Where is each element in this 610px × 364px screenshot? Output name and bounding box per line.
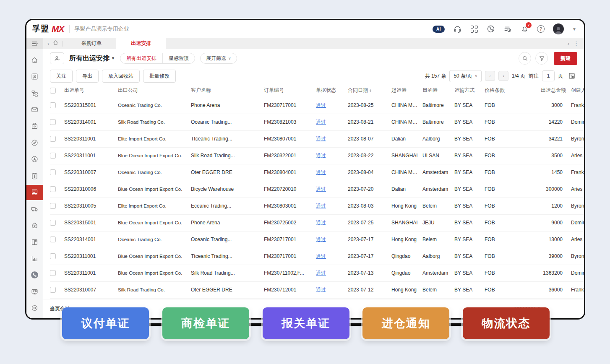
- row-checkbox[interactable]: [50, 287, 56, 293]
- sidebar-item-monitor[interactable]: [26, 284, 43, 299]
- total-count: 共 157 条: [425, 73, 446, 80]
- logistics-status-button[interactable]: 物流状态: [463, 307, 550, 339]
- menu-toggle-icon[interactable]: [26, 38, 43, 49]
- next-page-button[interactable]: ›: [498, 71, 508, 81]
- status-link[interactable]: 通过: [316, 169, 326, 175]
- table-row[interactable]: SS220310007Oceanic Trading Co.Oter EGGER…: [50, 164, 584, 181]
- row-checkbox[interactable]: [50, 220, 56, 226]
- headset-icon[interactable]: [453, 25, 461, 33]
- status-link[interactable]: 通过: [316, 203, 326, 209]
- sidebar-item-home[interactable]: [26, 52, 43, 68]
- status-link[interactable]: 通过: [316, 287, 326, 293]
- sidebar-item-contacts[interactable]: [26, 69, 43, 84]
- row-checkbox[interactable]: [50, 186, 56, 192]
- sidebar-item-compass[interactable]: [26, 135, 43, 150]
- sidebar-item-settings[interactable]: [26, 301, 43, 316]
- cell-no: SS220314001: [64, 231, 118, 248]
- sidebar-item-truck[interactable]: [26, 201, 43, 216]
- sidebar-item-bag[interactable]: [26, 119, 43, 134]
- new-button[interactable]: 新建: [554, 52, 577, 65]
- table-row[interactable]: SS220310006Blue Ocean Import Export Co.B…: [50, 181, 584, 198]
- export-button[interactable]: 导出: [76, 70, 99, 83]
- table-row[interactable]: SS220314001Silk Road Trading Co.Oceanic …: [50, 114, 584, 130]
- row-checkbox[interactable]: [50, 203, 56, 209]
- cell-pod: Aalborg: [422, 248, 454, 265]
- sidebar-item-mail[interactable]: [26, 102, 43, 117]
- row-checkbox[interactable]: [50, 169, 56, 175]
- search-icon[interactable]: [519, 52, 531, 65]
- status-link[interactable]: 通过: [316, 153, 326, 159]
- negotiation-docs-button[interactable]: 议付单证: [62, 307, 149, 339]
- row-checkbox[interactable]: [50, 136, 56, 142]
- sidebar-item-whatsapp[interactable]: [26, 268, 43, 283]
- inspection-docs-button[interactable]: 商检单证: [162, 307, 249, 339]
- sidebar-item-clipboard-finance[interactable]: [26, 168, 43, 183]
- segment-starred[interactable]: 星标置顶: [162, 53, 195, 63]
- status-link[interactable]: 通过: [316, 102, 326, 108]
- cell-amount: 300000: [522, 181, 566, 198]
- view-title-dropdown[interactable]: 所有出运安排 ▼: [69, 54, 115, 63]
- page-size-select[interactable]: 50 条/页 ∨: [449, 70, 482, 82]
- table-settings-icon[interactable]: [566, 70, 577, 81]
- sidebar-item-money-bag[interactable]: [26, 218, 43, 233]
- kebab-menu-icon[interactable]: ⋮: [574, 40, 579, 47]
- row-checkbox[interactable]: [50, 237, 56, 242]
- row-checkbox[interactable]: [50, 153, 56, 159]
- recycle-bin-button[interactable]: 放入回收站: [102, 70, 140, 83]
- table-row[interactable]: SS220314001Oceanic Trading Co.Oceanic Tr…: [50, 231, 584, 248]
- home-breadcrumb-icon[interactable]: [52, 39, 59, 47]
- table-row[interactable]: SS220311001Blue Ocean Import Export Co.S…: [50, 147, 584, 164]
- sidebar-item-org-chart[interactable]: [26, 86, 43, 101]
- back-chevron-icon[interactable]: ‹: [47, 40, 49, 47]
- sidebar-item-notebook[interactable]: [26, 234, 43, 250]
- table-row[interactable]: SS220315001Blue Ocean Import Export Co.P…: [50, 214, 584, 231]
- select-all-checkbox[interactable]: [50, 88, 56, 94]
- column-header-company: 出口公司: [118, 84, 191, 97]
- help-icon[interactable]: ?: [537, 25, 545, 33]
- forward-chevron-icon[interactable]: ›: [568, 40, 569, 47]
- row-checkbox[interactable]: [50, 102, 56, 108]
- status-link[interactable]: 通过: [316, 136, 326, 142]
- sort-icon[interactable]: ▲▼: [369, 89, 372, 92]
- history-list-icon[interactable]: [503, 25, 512, 33]
- table-row[interactable]: SS220311001Elite Import Export Co.Ttcean…: [50, 130, 584, 147]
- batch-edit-button[interactable]: 批量修改: [143, 70, 176, 83]
- tab-shipping-arrangement[interactable]: 出运安排: [116, 38, 166, 49]
- table-row[interactable]: SS220311001Blue Ocean Import Export Co.T…: [50, 248, 584, 265]
- bell-icon[interactable]: 7: [520, 25, 529, 33]
- chevron-down-icon[interactable]: ▼: [572, 27, 576, 31]
- status-link[interactable]: 通过: [316, 119, 326, 125]
- table-row[interactable]: SS220315001Oceanic Trading Co.Phone Aren…: [50, 97, 584, 114]
- segment-all-shipping[interactable]: 所有出运安排: [120, 53, 162, 63]
- table-row[interactable]: SS220310007Silk Road Trading Co.Oter EGG…: [50, 281, 584, 298]
- cell-pol: SHANGHAI: [391, 214, 422, 231]
- apps-grid-icon[interactable]: [470, 25, 478, 33]
- sidebar-item-shipping-docs[interactable]: [26, 185, 43, 200]
- follow-button[interactable]: 关注: [50, 70, 73, 83]
- tab-purchase-orders[interactable]: 采购订单: [67, 38, 116, 49]
- cell-creator: Aries: [566, 181, 584, 198]
- row-checkbox[interactable]: [50, 119, 56, 125]
- status-link[interactable]: 通过: [316, 270, 326, 276]
- filter-funnel-icon[interactable]: [535, 52, 548, 65]
- status-link[interactable]: 通过: [316, 237, 326, 242]
- prev-page-button[interactable]: ‹: [485, 71, 495, 81]
- table-row[interactable]: SS220311001Blue Ocean Import Export Co.S…: [50, 265, 584, 281]
- status-link[interactable]: 通过: [316, 253, 326, 259]
- sidebar-item-a-circle[interactable]: [26, 152, 43, 167]
- ai-badge[interactable]: AI: [433, 26, 445, 33]
- warehouse-notice-button[interactable]: 进仓通知: [362, 307, 449, 339]
- column-header-date[interactable]: 合同日期▲▼: [348, 84, 391, 97]
- sidebar-item-bar-chart[interactable]: [26, 251, 43, 266]
- table-row[interactable]: SS220310005Elite Import Export Co.Eceani…: [50, 198, 584, 214]
- status-link[interactable]: 通过: [316, 220, 326, 226]
- customs-docs-button[interactable]: 报关单证: [263, 307, 349, 339]
- expand-filter-button[interactable]: 展开筛选 ∨: [200, 53, 237, 64]
- row-checkbox[interactable]: [50, 253, 56, 259]
- person-filter-icon[interactable]: [50, 52, 64, 64]
- avatar[interactable]: [553, 23, 564, 34]
- status-link[interactable]: 通过: [316, 186, 326, 192]
- row-checkbox[interactable]: [50, 270, 56, 276]
- phone-circle-icon[interactable]: [487, 25, 495, 33]
- goto-page-input[interactable]: [542, 70, 555, 81]
